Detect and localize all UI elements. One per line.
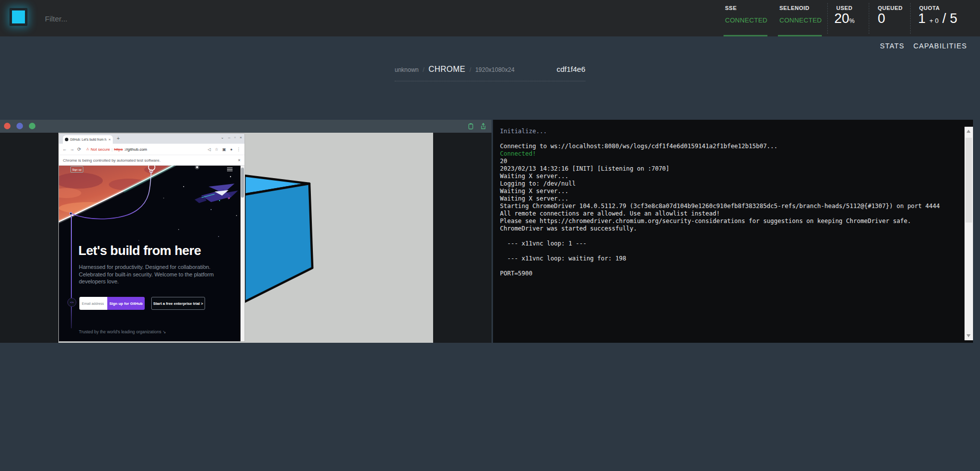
divider	[869, 3, 869, 34]
log-line: --- x11vnc loop: 1 ---	[500, 240, 958, 247]
scroll-up-icon[interactable]	[967, 130, 971, 133]
log-line: Waiting X server...	[500, 188, 958, 195]
tab-stats[interactable]: STATS	[880, 42, 904, 50]
hamburger-menu-icon[interactable]	[227, 167, 233, 172]
log-line: Initialize...	[500, 128, 958, 135]
hero-paragraph-line: developers love.	[79, 278, 214, 285]
session-row[interactable]: unknown / CHROME / 1920x1080x24 cdf1f4e6	[395, 65, 585, 81]
vnc-titlebar-actions	[468, 123, 487, 130]
github-page: Sign up Let's build from here Harnessed …	[59, 166, 245, 341]
infobar-text: Chrome is being controlled by automated …	[63, 158, 238, 163]
signup-github-button[interactable]: Sign up for GitHub	[107, 297, 145, 310]
log-line: Connected!	[500, 150, 958, 158]
used-percent-sign: %	[849, 17, 855, 24]
window-controls: ⌄ – ▫ ×	[221, 135, 242, 140]
forward-icon[interactable]: →	[70, 147, 74, 152]
filter-input[interactable]	[44, 9, 186, 27]
log-line	[500, 135, 958, 143]
menu-dots-icon[interactable]: ⋮	[237, 147, 241, 152]
quota-total: / 5	[943, 11, 958, 26]
scroll-down-icon[interactable]	[967, 334, 971, 337]
log-line: Logging to: /dev/null	[500, 180, 958, 188]
maximize-icon[interactable]: ▫	[234, 135, 236, 140]
clipboard-icon[interactable]	[468, 123, 474, 130]
spacecraft-graphic	[195, 184, 238, 203]
divider	[910, 3, 911, 34]
used-value: 20%	[834, 11, 855, 26]
log-scrollbar-thumb[interactable]	[966, 138, 972, 223]
log-line	[500, 247, 958, 255]
session-browser: CHROME	[429, 65, 466, 74]
github-signup-button[interactable]: Sign up	[70, 166, 83, 173]
selenoid-logo-icon[interactable]	[9, 8, 27, 26]
back-icon[interactable]: ←	[62, 147, 67, 152]
queued-value: 0	[878, 11, 885, 26]
log-scrollbar[interactable]	[965, 127, 973, 340]
divider	[827, 3, 828, 34]
tab-search-icon[interactable]: ⌄	[221, 135, 224, 140]
infobar-close-icon[interactable]: ×	[238, 158, 241, 163]
session-resolution: 1920x1080x24	[475, 66, 514, 73]
avatar-icon[interactable]: ●	[230, 147, 233, 152]
page-scrollbar-thumb[interactable]	[241, 168, 244, 198]
log-line: PORT=5900	[500, 270, 958, 277]
session-log-panel: Initialize... Connecting to ws://localho…	[493, 120, 973, 343]
maximize-traffic-light-icon[interactable]	[29, 123, 35, 129]
hero-paragraph-line: Harnessed for productivity. Designed for…	[79, 263, 214, 271]
minimize-icon[interactable]: –	[228, 135, 230, 140]
url-scheme: https	[114, 147, 123, 152]
browser-tabstrip: GitHub: Let's build from h... × + ⌄ – ▫ …	[59, 134, 245, 144]
warning-icon: ⚠	[86, 147, 89, 151]
tab-close-icon[interactable]: ×	[108, 137, 111, 142]
view-tabs: STATS CAPABILITIES	[880, 42, 967, 50]
queued-label: QUEUED	[878, 5, 903, 11]
share-icon[interactable]: ◁	[208, 147, 211, 152]
log-line: --- x11vnc loop: waiting for: 198	[500, 255, 958, 262]
hero-paragraph-line: Celebrated for built-in security. Welcom…	[79, 271, 214, 278]
trusted-by-text: Trusted by the world's leading organizat…	[79, 329, 166, 334]
hero-paragraph: Harnessed for productivity. Designed for…	[79, 263, 214, 285]
not-secure-label: Not secure	[91, 147, 110, 152]
enterprise-trial-button[interactable]: Start a free enterprise trial >	[151, 297, 205, 310]
browser-window: GitHub: Let's build from h... × + ⌄ – ▫ …	[59, 134, 245, 341]
log-line: Waiting X server...	[500, 173, 958, 180]
separator: /	[470, 66, 472, 73]
tab-capabilities[interactable]: CAPABILITIES	[913, 42, 967, 50]
browser-tab[interactable]: GitHub: Let's build from h... ×	[63, 135, 113, 144]
page-scrollbar[interactable]	[241, 166, 245, 341]
selenoid-underline	[778, 35, 822, 36]
addressbar-icons: ◁ ☆ ▣ ● ⋮	[208, 147, 241, 152]
selenoid-ui: SSE CONNECTED SELENOID CONNECTED USED 20…	[0, 0, 980, 471]
url-field[interactable]: ⚠ Not secure | https ://github.com	[86, 147, 208, 152]
log-line: 20	[500, 158, 958, 165]
browser-addressbar: ← → ⟳ ⚠ Not secure | https ://github.com…	[59, 144, 245, 155]
hero-heading: Let's build from here	[78, 243, 201, 258]
minimize-traffic-light-icon[interactable]	[16, 123, 23, 129]
used-number: 20	[834, 11, 849, 26]
close-traffic-light-icon[interactable]	[4, 123, 10, 129]
code-badge: <>	[67, 298, 76, 307]
log-line	[500, 233, 958, 240]
share-upload-icon[interactable]	[480, 123, 487, 130]
vnc-screen[interactable]: GitHub: Let's build from h... × + ⌄ – ▫ …	[58, 133, 433, 343]
quota-label: QUOTA	[919, 5, 940, 11]
extensions-icon[interactable]: ▣	[223, 147, 227, 152]
new-tab-icon[interactable]: +	[117, 136, 120, 141]
url-separator: |	[112, 147, 113, 152]
reload-icon[interactable]: ⟳	[77, 147, 81, 152]
vnc-titlebar	[0, 120, 491, 133]
close-icon[interactable]: ×	[240, 135, 242, 140]
nav-buttons: ← → ⟳	[62, 147, 81, 152]
cube-graphic	[243, 173, 323, 310]
log-line	[500, 262, 958, 270]
automation-infobar: Chrome is being controlled by automated …	[59, 155, 245, 166]
bookmark-star-icon[interactable]: ☆	[215, 147, 218, 152]
quota-pending: + 0	[930, 17, 939, 24]
log-line: Connecting to ws://localhost:8080/ws/log…	[500, 143, 958, 150]
session-version: unknown	[395, 66, 419, 73]
email-field[interactable]: Email address	[79, 297, 107, 310]
selenoid-status: CONNECTED	[779, 16, 822, 24]
journey-line	[71, 216, 72, 328]
email-placeholder: Email address	[82, 302, 104, 305]
quota-value: 1 + 0 / 5	[918, 11, 958, 26]
